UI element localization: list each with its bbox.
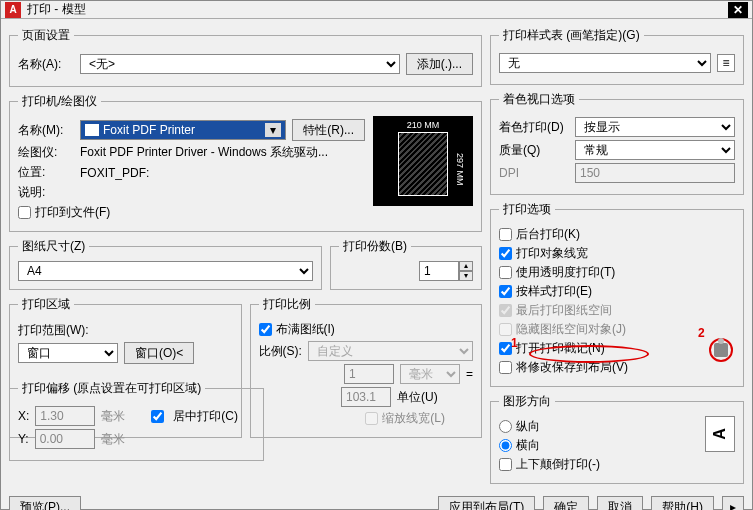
opt-bg-label: 后台打印(K): [516, 226, 580, 243]
style-edit-button[interactable]: ≡: [717, 54, 735, 72]
window-title: 打印 - 模型: [27, 1, 728, 18]
offset-legend: 打印偏移 (原点设置在可打印区域): [18, 380, 205, 397]
scale-num-input: [344, 364, 394, 384]
cancel-button[interactable]: 取消: [597, 496, 643, 510]
offset-x-unit: 毫米: [101, 408, 125, 425]
dpi-input: [575, 163, 735, 183]
printer-icon: [85, 124, 99, 136]
paper-height-label: 297 MM: [455, 153, 465, 186]
paper-size-select[interactable]: A4: [18, 261, 313, 281]
printer-legend: 打印机/绘图仪: [18, 93, 101, 110]
portrait-radio[interactable]: [499, 420, 512, 433]
offset-x-input: [35, 406, 95, 426]
offset-y-input: [35, 429, 95, 449]
printer-name-value: Foxit PDF Printer: [103, 123, 195, 137]
upside-checkbox[interactable]: [499, 458, 512, 471]
opt-styles-label: 按样式打印(E): [516, 283, 592, 300]
plot-options-legend: 打印选项: [499, 201, 555, 218]
opt-paperlast-checkbox: [499, 304, 512, 317]
portrait-label: 纵向: [516, 418, 540, 435]
opt-hide-checkbox: [499, 323, 512, 336]
shaded-vp-legend: 着色视口选项: [499, 91, 579, 108]
copies-up[interactable]: ▴: [459, 261, 473, 271]
orientation-preview: A: [705, 416, 735, 452]
apply-layout-button[interactable]: 应用到布局(T): [438, 496, 535, 510]
copies-group: 打印份数(B) ▴ ▾: [330, 238, 482, 290]
opt-lw-label: 打印对象线宽: [516, 245, 588, 262]
style-table-group: 打印样式表 (画笔指定)(G) 无 ≡: [490, 27, 744, 85]
paper-size-legend: 图纸尺寸(Z): [18, 238, 89, 255]
scale-unit-select: 毫米: [400, 364, 460, 384]
preview-button[interactable]: 预览(P)...: [9, 496, 81, 510]
shade-label: 着色打印(D): [499, 119, 569, 136]
landscape-radio[interactable]: [499, 439, 512, 452]
printer-group: 打印机/绘图仪 名称(M): Foxit PDF Printer 特性(R)..…: [9, 93, 482, 232]
upside-label: 上下颠倒打印(-): [516, 456, 600, 473]
opt-lw-checkbox[interactable]: [499, 247, 512, 260]
help-button[interactable]: 帮助(H): [651, 496, 714, 510]
plot-what-select[interactable]: 窗口: [18, 343, 118, 363]
opt-styles-checkbox[interactable]: [499, 285, 512, 298]
desc-label: 说明:: [18, 184, 74, 201]
stamp-settings-button[interactable]: [709, 338, 733, 362]
orientation-group: 图形方向 纵向 横向 上下颠倒打印(-) A: [490, 393, 744, 484]
offset-y-unit: 毫米: [101, 431, 125, 448]
where-value: FOXIT_PDF:: [80, 166, 149, 180]
opt-stamp-checkbox[interactable]: [499, 342, 512, 355]
where-label: 位置:: [18, 164, 74, 181]
chevron-right-icon: ▸: [730, 500, 736, 510]
copies-down[interactable]: ▾: [459, 271, 473, 281]
copies-input[interactable]: [419, 261, 459, 281]
opt-trans-label: 使用透明度打印(T): [516, 264, 615, 281]
expand-button[interactable]: ▸: [722, 496, 744, 510]
scale-den-input: [341, 387, 391, 407]
paper-size-group: 图纸尺寸(Z) A4: [9, 238, 322, 290]
scale-lw-label: 缩放线宽(L): [382, 410, 445, 427]
print-to-file-checkbox[interactable]: [18, 206, 31, 219]
plotter-label: 绘图仪:: [18, 144, 74, 161]
paper-width-label: 210 MM: [407, 120, 440, 130]
titlebar: A 打印 - 模型 ✕: [1, 1, 752, 19]
opt-trans-checkbox[interactable]: [499, 266, 512, 279]
printer-props-button[interactable]: 特性(R)...: [292, 119, 365, 141]
ok-button[interactable]: 确定: [543, 496, 589, 510]
close-button[interactable]: ✕: [728, 2, 748, 18]
plot-area-legend: 打印区域: [18, 296, 74, 313]
plot-scale-legend: 打印比例: [259, 296, 315, 313]
shade-select[interactable]: 按显示: [575, 117, 735, 137]
printer-name-label: 名称(M):: [18, 122, 74, 139]
quality-label: 质量(Q): [499, 142, 569, 159]
quality-select[interactable]: 常规: [575, 140, 735, 160]
opt-paperlast-label: 最后打印图纸空间: [516, 302, 612, 319]
printer-name-select[interactable]: Foxit PDF Printer: [80, 120, 286, 140]
stamp-icon: [714, 343, 728, 357]
scale-label: 比例(S):: [259, 343, 302, 360]
shaded-vp-group: 着色视口选项 着色打印(D) 按显示 质量(Q) 常规 DPI: [490, 91, 744, 195]
style-table-select[interactable]: 无: [499, 53, 711, 73]
opt-bg-checkbox[interactable]: [499, 228, 512, 241]
orient-letter-icon: A: [711, 428, 729, 440]
offset-y-label: Y:: [18, 432, 29, 446]
page-add-button[interactable]: 添加(.)...: [406, 53, 473, 75]
offset-group: 打印偏移 (原点设置在可打印区域) X: 毫米 居中打印(C) Y: 毫米: [9, 380, 264, 461]
print-to-file-label: 打印到文件(F): [35, 204, 110, 221]
plot-what-label: 打印范围(W):: [18, 322, 89, 339]
dpi-label: DPI: [499, 166, 569, 180]
window-pick-button[interactable]: 窗口(O)<: [124, 342, 194, 364]
plot-scale-group: 打印比例 布满图纸(I) 比例(S): 自定义 毫米 =: [250, 296, 483, 438]
plotter-value: Foxit PDF Printer Driver - Windows 系统驱动.…: [80, 144, 328, 161]
copies-legend: 打印份数(B): [339, 238, 411, 255]
scale-lw-checkbox: [365, 412, 378, 425]
page-setup-group: 页面设置 名称(A): <无> 添加(.)...: [9, 27, 482, 87]
page-name-select[interactable]: <无>: [80, 54, 400, 74]
opt-stamp-label: 打开打印戳记(N): [516, 340, 605, 357]
landscape-label: 横向: [516, 437, 540, 454]
scale-den-label: 单位(U): [397, 389, 457, 406]
page-name-label: 名称(A):: [18, 56, 74, 73]
fit-to-paper-label: 布满图纸(I): [276, 321, 335, 338]
style-table-legend: 打印样式表 (画笔指定)(G): [499, 27, 644, 44]
pen-icon: ≡: [722, 56, 729, 70]
fit-to-paper-checkbox[interactable]: [259, 323, 272, 336]
center-checkbox[interactable]: [151, 410, 164, 423]
opt-save-checkbox[interactable]: [499, 361, 512, 374]
